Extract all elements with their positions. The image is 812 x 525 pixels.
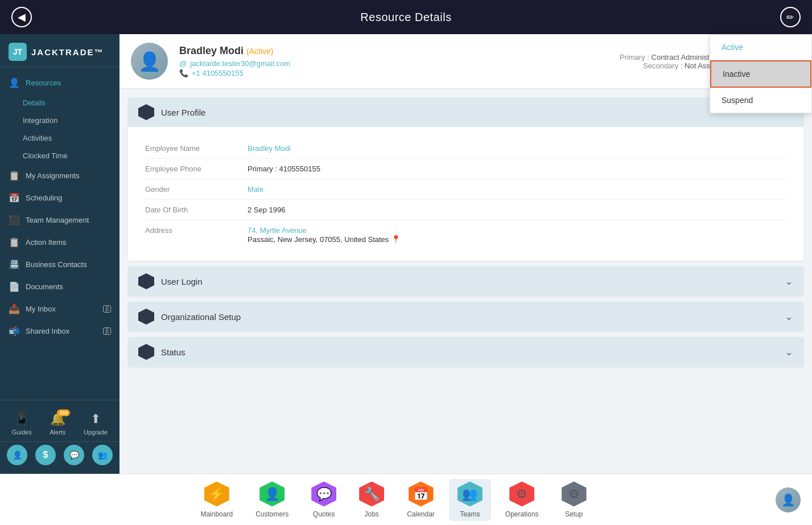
user-profile-header-left: User Profile [138,104,205,120]
nav-avatar-icon: 👤 [781,493,795,507]
my-inbox-icon: 📥 [9,303,20,314]
group-icon-button[interactable]: 👥 [92,445,113,465]
sidebar-item-clocked-time[interactable]: Clocked Time [0,147,119,165]
sidebar-label-my-inbox: My Inbox [26,305,56,313]
setup-label: Setup [565,510,583,518]
person-icon-button[interactable]: 👤 [7,445,27,465]
shared-inbox-beta: β [103,327,111,335]
nav-item-customers[interactable]: 👤 Customers [247,479,297,521]
sidebar-item-my-assignments[interactable]: 📋 My Assignments [0,165,119,187]
sidebar-item-scheduling[interactable]: 📅 Scheduling [0,187,119,209]
nav-item-calendar[interactable]: 📅 Calendar [398,479,443,521]
sidebar-bottom-icons: 📱 Guides 🔔 268 Alerts ⬆ Upgrade [0,406,119,441]
guides-button[interactable]: 📱 Guides [12,412,32,436]
org-setup-header-left: Organizational Setup [138,309,241,325]
org-setup-hex-icon [138,309,154,325]
jobs-label: Jobs [364,510,378,518]
scheduling-icon: 📅 [9,192,20,203]
chat-icon: 💬 [69,450,79,460]
teams-icon: 👥 [457,482,483,507]
employee-phone-label: Employee Phone [145,165,248,173]
org-setup-title: Organizational Setup [161,312,241,322]
profile-email: @ jacktarde.tester30@gmail.com [179,59,608,68]
my-inbox-beta: β [103,305,111,313]
upgrade-label: Upgrade [84,429,108,436]
chat-icon-button[interactable]: 💬 [64,445,84,465]
sidebar-item-resources[interactable]: 👤 Resources [0,72,119,94]
dropdown-item-active[interactable]: Active [710,35,811,60]
logo-icon: JT [9,43,27,61]
sidebar: JT JACKTRADE™ 👤 Resources Details Integr… [0,34,119,474]
user-login-header-left: User Login [138,273,203,289]
sidebar-label-team-management: Team Management [26,216,89,224]
sidebar-item-activities[interactable]: Activities [0,129,119,147]
sidebar-item-business-contacts[interactable]: 📇 Business Contacts [0,253,119,276]
status-header-left: Status [138,344,186,360]
upgrade-button[interactable]: ⬆ Upgrade [84,412,108,436]
user-login-hex-icon [138,273,154,289]
sidebar-label-scheduling: Scheduling [26,194,62,202]
operations-icon: ⚙ [509,482,534,507]
sidebar-item-documents[interactable]: 📄 Documents [0,276,119,298]
sidebar-label-activities: Activities [23,134,52,142]
sidebar-item-my-inbox[interactable]: 📥 My Inbox β [0,298,119,320]
location-pin-icon: 📍 [391,235,401,244]
employee-phone-value: Primary : 4105550155 [248,165,320,173]
field-row-address: Address 74, Myrtle Avenue Passaic, New J… [145,220,786,249]
alerts-button[interactable]: 🔔 268 Alerts [50,412,65,436]
user-profile-section: User Profile ⌃ Employee Name Bradley Mod… [128,97,803,261]
sidebar-item-integration[interactable]: Integration [0,112,119,129]
sidebar-label-action-items: Action Items [26,238,67,247]
status-title: Status [161,347,186,357]
gender-label: Gender [145,185,248,194]
action-items-icon: 📋 [9,237,20,248]
dropdown-menu: Active Inactive Suspend [710,34,812,113]
address-label: Address [145,226,248,235]
profile-info: Bradley Modi (Active) @ jacktarde.tester… [179,45,608,77]
status-chevron-down-icon: ⌄ [785,346,793,358]
dropdown-item-inactive[interactable]: Inactive [710,60,811,88]
sidebar-label-integration: Integration [23,116,57,125]
sidebar-item-shared-inbox[interactable]: 📬 Shared Inbox β [0,320,119,342]
address-value: 74, Myrtle Avenue Passaic, New Jersey, 0… [248,226,401,244]
org-setup-header[interactable]: Organizational Setup ⌄ [128,302,803,331]
back-button[interactable]: ◀ [11,7,32,27]
sidebar-item-details[interactable]: Details [0,94,119,112]
sidebar-item-team-management[interactable]: ⬛ Team Management [0,209,119,231]
nav-item-operations[interactable]: ⚙ Operations [497,479,547,521]
profile-name: Bradley Modi (Active) [179,45,608,57]
nav-item-mainboard[interactable]: ⚡ Mainboard [192,479,241,521]
dollar-icon-button[interactable]: $ [35,445,56,465]
user-profile-header[interactable]: User Profile ⌃ [128,97,803,127]
nav-avatar[interactable]: 👤 [776,487,801,512]
nav-item-setup[interactable]: ⚙ Setup [553,479,595,521]
edit-button[interactable]: ✏ [780,7,801,27]
user-profile-body: Employee Name Bradley Modi Employee Phon… [128,127,803,261]
guides-label: Guides [12,429,32,436]
main-layout: JT JACKTRADE™ 👤 Resources Details Integr… [0,34,812,474]
dropdown-item-suspend[interactable]: Suspend [710,88,811,113]
sidebar-label-resources: Resources [26,79,61,87]
dropdown-inactive-label: Inactive [723,69,750,79]
sidebar-label-details: Details [23,99,46,107]
sidebar-item-action-items[interactable]: 📋 Action Items [0,231,119,253]
field-row-employee-phone: Employee Phone Primary : 4105550155 [145,159,786,179]
address-line1: 74, Myrtle Avenue [248,226,401,235]
bottom-nav: ⚡ Mainboard 👤 Customers 💬 Quotes 🔧 Jobs … [0,474,812,525]
my-assignments-icon: 📋 [9,170,20,181]
top-header: ◀ Resource Details ✏ [0,0,812,34]
dropdown-suspend-label: Suspend [722,96,753,105]
user-login-header[interactable]: User Login ⌄ [128,266,803,296]
nav-item-teams[interactable]: 👥 Teams [449,479,491,521]
employee-name-value: Bradley Modi [248,144,291,153]
sidebar-logo: JT JACKTRADE™ [0,34,119,67]
guides-icon: 📱 [14,412,30,426]
nav-item-jobs[interactable]: 🔧 Jobs [351,479,393,521]
teams-label: Teams [460,510,480,518]
org-setup-section: Organizational Setup ⌄ [128,302,803,331]
group-icon: 👥 [98,450,108,460]
alerts-label: Alerts [50,429,65,436]
status-header[interactable]: Status ⌄ [128,337,803,367]
user-login-title: User Login [161,277,203,286]
nav-item-quotes[interactable]: 💬 Quotes [303,479,345,521]
